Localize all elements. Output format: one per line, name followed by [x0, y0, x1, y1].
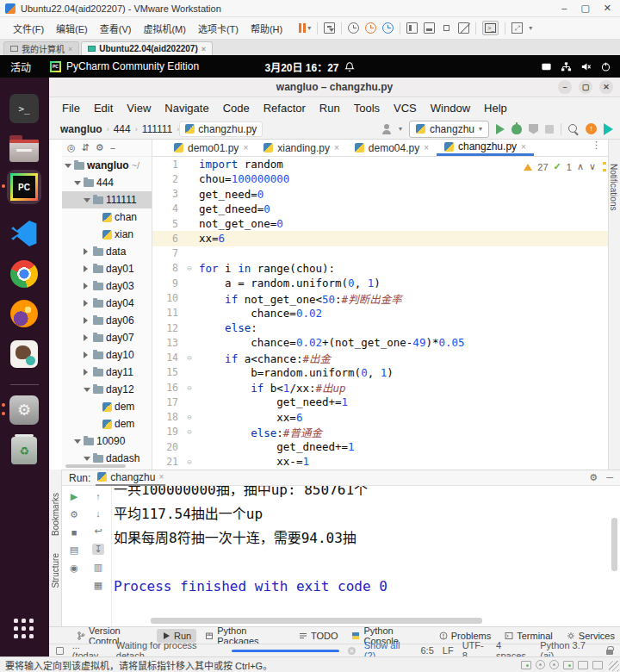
soft-wrap-icon[interactable]: ↩ — [94, 526, 102, 537]
search-everywhere-icon[interactable] — [568, 124, 579, 134]
pycharm-titlebar[interactable]: wangluo – changzhu.py – ▢ ✕ — [49, 78, 620, 97]
inspections-widget[interactable]: 27 ✓ 1 ∧ ∨ — [520, 160, 599, 173]
tree-item-111111[interactable]: 111111 — [62, 191, 152, 208]
snapshot-revert-icon[interactable] — [365, 22, 376, 34]
editor-tab-options-icon[interactable]: ⋮ — [585, 140, 608, 156]
console-view-icon[interactable]: >_ — [482, 21, 499, 35]
tree-item-day12[interactable]: day12 — [62, 381, 152, 398]
activities-button[interactable]: 活动 — [0, 59, 41, 74]
scroll-to-end-icon[interactable]: ↧ — [92, 544, 103, 555]
pycharm-menu-view[interactable]: View — [121, 100, 157, 116]
tree-item-day10[interactable]: day10 — [62, 346, 152, 364]
dock-trash-icon[interactable]: ♻ — [7, 433, 41, 468]
network-adapter-icon[interactable] — [563, 661, 574, 669]
debug-button[interactable] — [512, 124, 522, 134]
pin-tab-icon[interactable]: ◉ — [70, 563, 78, 574]
structure-stripe-tab[interactable]: Structure — [51, 553, 60, 588]
code-line-3[interactable]: 3get_need=0 — [152, 187, 608, 202]
dock-dbeaver-icon[interactable] — [7, 337, 41, 371]
editor-tab-changzhu.py[interactable]: changzhu.py× — [437, 140, 534, 156]
vmware-menu-5[interactable]: 帮助(H) — [245, 19, 288, 38]
rerun-icon[interactable]: ▶ — [71, 491, 78, 502]
dock-vscode-icon[interactable] — [7, 216, 41, 251]
pycharm-menu-window[interactable]: Window — [425, 100, 476, 116]
pycharm-menu-edit[interactable]: Edit — [88, 100, 119, 116]
stop-button[interactable] — [545, 125, 554, 134]
run-button[interactable] — [496, 124, 505, 134]
stop-process-icon[interactable]: ■ — [71, 527, 78, 538]
user-profile-icon[interactable] — [381, 124, 392, 134]
breadcrumb-item-0[interactable]: wangluo — [56, 121, 107, 137]
tree-item-10090[interactable]: 10090 — [62, 432, 152, 450]
dock-show-applications-icon[interactable] — [7, 612, 41, 646]
snapshot-take-icon[interactable] — [348, 22, 359, 34]
console-vscrollbar[interactable] — [611, 518, 617, 571]
system-tray[interactable] — [541, 61, 620, 72]
run-tab[interactable]: changzhu × — [96, 470, 165, 486]
code-line-6[interactable]: 6xx=6 — [152, 231, 608, 246]
sound-icon[interactable] — [592, 661, 603, 669]
tree-item-day03[interactable]: day03 — [62, 277, 152, 295]
pycharm-menu-refactor[interactable]: Refactor — [257, 100, 312, 116]
hide-panel-icon[interactable]: − — [110, 143, 115, 153]
breadcrumb-item-2[interactable]: 111111 — [138, 121, 177, 137]
code-line-17[interactable]: 17 get_need+=1 — [152, 395, 608, 409]
notifications-stripe-tab[interactable]: Notifications — [609, 164, 618, 210]
pycharm-maximize-button[interactable]: ▢ — [579, 80, 592, 94]
dock-pycharm-icon[interactable]: PC — [7, 170, 41, 204]
vmware-menu-1[interactable]: 编辑(E) — [50, 19, 94, 38]
vmware-menu-4[interactable]: 选项卡(T) — [192, 19, 245, 38]
code-line-2[interactable]: 2chou=100000000 — [152, 171, 608, 186]
code-line-11[interactable]: 11 chance=0.02 — [152, 306, 608, 320]
dock-firefox-icon[interactable] — [7, 296, 41, 331]
code-line-5[interactable]: 5not_get_one=0 — [152, 216, 608, 231]
editor-tab-demo01.py[interactable]: demo01.py× — [166, 140, 256, 156]
line-ending-widget[interactable]: LF — [443, 645, 454, 656]
coverage-button[interactable] — [529, 124, 538, 134]
code-line-14[interactable]: 14⊖ if a<chance:#出金 — [152, 350, 608, 364]
run-config-settings-icon[interactable]: ⚙ — [70, 509, 78, 520]
code-line-20[interactable]: 20 get_dneed+=1 — [152, 439, 608, 454]
editor-tab-demo04.py[interactable]: demo04.py× — [347, 140, 437, 156]
unity-mode-icon[interactable] — [458, 22, 469, 34]
snapshot-manager-icon[interactable] — [382, 22, 394, 34]
tree-item-wangluo[interactable]: wangluo~/ — [62, 157, 152, 174]
collapse-all-icon[interactable]: ⇵ — [82, 142, 90, 153]
code-line-8[interactable]: 8⊖for i in range(chou): — [152, 261, 608, 276]
code-line-16[interactable]: 16⊖ if b<1/xx:#出up — [152, 380, 608, 395]
tree-item-dem[interactable]: dem — [62, 398, 152, 415]
pycharm-menu-tools[interactable]: Tools — [348, 100, 386, 116]
tree-item-day04[interactable]: day04 — [62, 295, 152, 312]
editor-tab-xianding.py[interactable]: xianding.py× — [256, 140, 347, 156]
dock-terminal-icon[interactable]: >_ — [7, 91, 41, 126]
run-configuration-select[interactable]: changzhu▾ — [409, 121, 489, 138]
vmware-minimize-button[interactable]: – — [561, 3, 567, 14]
show-library-icon[interactable] — [406, 22, 418, 34]
resize-grip[interactable] — [609, 661, 619, 671]
caret-position-widget[interactable]: 6:5 — [421, 645, 434, 656]
clock[interactable]: 3月20日 16：27 — [264, 59, 355, 74]
restore-layout-icon[interactable]: ▤ — [70, 544, 78, 556]
down-stack-trace-icon[interactable]: ↓ — [96, 508, 101, 519]
bookmarks-stripe-tab[interactable]: Bookmarks — [51, 493, 60, 536]
vmware-tab-0[interactable]: 我的计算机× — [3, 41, 79, 55]
code-line-7[interactable]: 7 — [152, 246, 608, 261]
pycharm-menu-file[interactable]: File — [56, 100, 86, 116]
clear-all-icon[interactable]: ▦ — [94, 580, 102, 591]
tree-item-day06[interactable]: day06 — [62, 312, 152, 329]
console-output[interactable]: 一共100000000抽，抽中up: 850761个平均117.54抽出一个up… — [114, 486, 608, 616]
code-line-10[interactable]: 10 if not_get_one<50:#判断出金率 — [152, 290, 608, 305]
print-icon[interactable]: ▥ — [94, 562, 102, 573]
vm-pause-icon[interactable]: ▾ — [299, 23, 311, 33]
code-line-18[interactable]: 18⊖ xx=6 — [152, 410, 608, 425]
vmware-close-button[interactable]: ✕ — [604, 3, 611, 14]
code-line-9[interactable]: 9 a = random.uniform(0, 1) — [152, 276, 608, 290]
hard-disk-icon[interactable] — [521, 661, 531, 669]
vmware-maximize-button[interactable]: ▢ — [580, 3, 589, 14]
code-line-19[interactable]: 19⊖ else:#普通金 — [152, 425, 608, 439]
fit-window-icon[interactable]: ⤢ — [512, 22, 523, 34]
show-thumbnails-icon[interactable] — [424, 22, 435, 34]
panel-settings-icon[interactable]: ⚙ — [96, 142, 104, 153]
console-hscrollbar[interactable] — [151, 618, 482, 624]
fullscreen-icon[interactable] — [441, 22, 452, 34]
